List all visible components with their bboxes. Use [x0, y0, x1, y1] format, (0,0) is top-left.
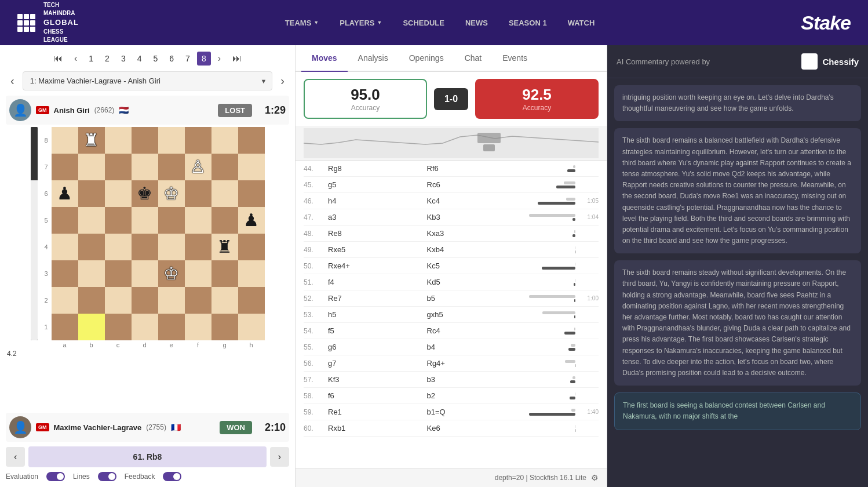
- board-cell[interactable]: [185, 260, 211, 287]
- board-cell[interactable]: ♜: [78, 127, 105, 154]
- tab-events[interactable]: Events: [492, 45, 538, 71]
- board-cell[interactable]: [105, 127, 132, 154]
- board-cell[interactable]: [105, 234, 132, 260]
- board-cell[interactable]: [105, 207, 132, 234]
- prev-move-button[interactable]: ‹: [70, 51, 82, 66]
- board-cell[interactable]: [105, 260, 132, 287]
- board-cell[interactable]: ♔: [158, 180, 185, 207]
- board-cell[interactable]: [132, 127, 158, 154]
- board-cell[interactable]: ♔: [158, 260, 185, 287]
- white-move[interactable]: f5: [326, 325, 425, 336]
- board-cell[interactable]: [238, 260, 265, 287]
- board-cell[interactable]: [158, 154, 185, 180]
- board-cell[interactable]: [78, 207, 105, 234]
- board-cell[interactable]: [52, 260, 78, 287]
- white-move[interactable]: f4: [326, 277, 425, 288]
- board-cell[interactable]: [105, 314, 132, 340]
- black-move[interactable]: Kxa3: [425, 228, 524, 239]
- board-cell[interactable]: [52, 234, 78, 260]
- board-cell[interactable]: [158, 287, 185, 314]
- board-next-button[interactable]: ›: [270, 447, 289, 467]
- last-move-button[interactable]: ⏭: [228, 51, 246, 66]
- board-cell[interactable]: [211, 287, 238, 314]
- white-move[interactable]: Rxb1: [326, 423, 425, 434]
- nav-players[interactable]: PLAYERS▼: [340, 19, 382, 27]
- move-num-3[interactable]: 3: [116, 52, 130, 66]
- board-cell[interactable]: ♜: [211, 234, 238, 260]
- evaluation-toggle[interactable]: [46, 472, 65, 481]
- board-cell[interactable]: [158, 207, 185, 234]
- black-move[interactable]: Kc4: [425, 195, 524, 206]
- nav-news[interactable]: NEWS: [465, 19, 488, 27]
- lines-toggle[interactable]: [98, 472, 116, 481]
- board-cell[interactable]: [78, 260, 105, 287]
- black-move[interactable]: b2: [425, 390, 524, 401]
- white-move[interactable]: Re1: [326, 406, 425, 417]
- white-move[interactable]: f6: [326, 390, 425, 401]
- board-cell[interactable]: [238, 127, 265, 154]
- board-cell[interactable]: [78, 154, 105, 180]
- board-cell[interactable]: [211, 180, 238, 207]
- black-move[interactable]: b4: [425, 341, 524, 352]
- board-cell[interactable]: [52, 287, 78, 314]
- board-cell[interactable]: [52, 154, 78, 180]
- board-cell[interactable]: [238, 154, 265, 180]
- white-move[interactable]: Rxe5: [326, 244, 425, 255]
- board-cell[interactable]: ♟: [52, 180, 78, 207]
- tab-chat[interactable]: Chat: [454, 45, 493, 71]
- move-num-5[interactable]: 5: [149, 52, 163, 66]
- board-cell[interactable]: [185, 314, 211, 340]
- black-move[interactable]: b5: [425, 293, 524, 304]
- feedback-toggle[interactable]: [163, 472, 181, 481]
- black-move[interactable]: Kxb4: [425, 244, 524, 255]
- black-move[interactable]: Rc6: [425, 179, 524, 190]
- board-cell[interactable]: [132, 314, 158, 340]
- move-num-1[interactable]: 1: [84, 52, 98, 66]
- move-num-4[interactable]: 4: [133, 52, 147, 66]
- black-move[interactable]: Rg4+: [425, 358, 524, 369]
- board-cell[interactable]: [52, 127, 78, 154]
- board-cell[interactable]: [238, 314, 265, 340]
- board-cell[interactable]: [158, 314, 185, 340]
- board-prev-button[interactable]: ‹: [6, 447, 25, 467]
- board-cell[interactable]: [132, 287, 158, 314]
- white-move[interactable]: g7: [326, 358, 425, 369]
- black-move[interactable]: Kb3: [425, 212, 524, 223]
- white-move[interactable]: g5: [326, 179, 425, 190]
- black-move[interactable]: b3: [425, 374, 524, 385]
- board-cell[interactable]: [105, 154, 132, 180]
- next-move-button[interactable]: ›: [213, 51, 225, 66]
- board-cell[interactable]: [78, 287, 105, 314]
- settings-icon[interactable]: ⚙: [591, 473, 599, 482]
- board-cell[interactable]: ♟: [238, 207, 265, 234]
- board-cell[interactable]: [52, 207, 78, 234]
- board-cell[interactable]: [158, 127, 185, 154]
- board-cell[interactable]: [78, 314, 105, 340]
- board-cell[interactable]: [185, 287, 211, 314]
- move-num-8[interactable]: 8: [197, 52, 211, 66]
- next-game-button[interactable]: ›: [276, 71, 289, 91]
- black-move[interactable]: Ke6: [425, 423, 524, 434]
- black-move[interactable]: b1=Q: [425, 406, 524, 417]
- black-move[interactable]: Rf6: [425, 163, 524, 174]
- board-cell[interactable]: [185, 180, 211, 207]
- game-select-dropdown[interactable]: 1: Maxime Vachier-Lagrave - Anish Giri: [23, 71, 273, 90]
- nav-season[interactable]: SEASON 1: [509, 19, 547, 27]
- board-cell[interactable]: [105, 287, 132, 314]
- white-move[interactable]: Re8: [326, 228, 425, 239]
- board-cell[interactable]: [185, 234, 211, 260]
- board-cell[interactable]: [158, 234, 185, 260]
- white-move[interactable]: a3: [326, 212, 425, 223]
- white-move[interactable]: h5: [326, 309, 425, 320]
- nav-teams[interactable]: TEAMS▼: [285, 19, 319, 27]
- white-move[interactable]: Rxe4+: [326, 260, 425, 271]
- white-move[interactable]: Re7: [326, 293, 425, 304]
- board-cell[interactable]: [105, 180, 132, 207]
- board-cell[interactable]: ♙: [185, 154, 211, 180]
- black-move[interactable]: Kc5: [425, 260, 524, 271]
- white-move[interactable]: Kf3: [326, 374, 425, 385]
- board-cell[interactable]: [132, 154, 158, 180]
- tab-openings[interactable]: Openings: [399, 45, 454, 71]
- board-cell[interactable]: [78, 234, 105, 260]
- tab-moves[interactable]: Moves: [301, 45, 348, 72]
